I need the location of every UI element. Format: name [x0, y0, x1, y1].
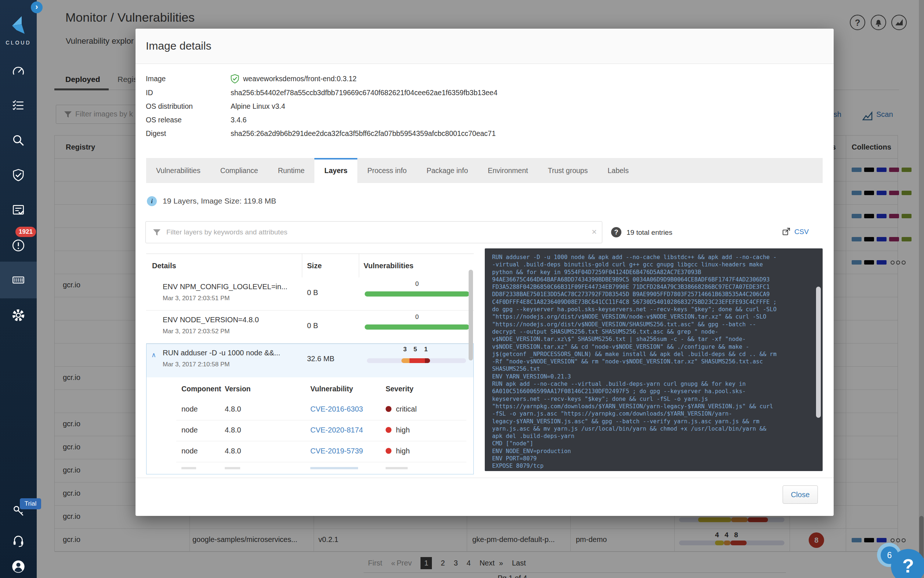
layers-filter: × [146, 221, 602, 243]
checklist-icon [11, 99, 25, 112]
col-header-vulnerability: Vulnerability [310, 385, 353, 393]
chevron-up-icon[interactable]: ∧ [151, 351, 156, 359]
severity-label: high [396, 426, 410, 434]
gauge-icon [11, 65, 25, 79]
csv-export-link[interactable]: CSV [795, 228, 809, 236]
layer-command-terminal: RUN adduser -D -u 1000 node && apk add -… [485, 248, 823, 471]
component-version: 4.8.0 [225, 447, 241, 455]
sidebar-item-compliance[interactable] [0, 197, 37, 223]
vuln-seg-critical [425, 358, 430, 363]
entries-help-icon[interactable]: ? [611, 227, 621, 237]
layer-row[interactable]: ENV NPM_CONFIG_LOGLEVEL=in... Mar 3, 201… [146, 278, 474, 310]
tab-trust-groups[interactable]: Trust groups [538, 158, 598, 183]
severity-dot-high [386, 448, 392, 454]
vuln-bar-clean [365, 325, 469, 330]
export-icon [782, 227, 791, 236]
footer-divider [136, 478, 833, 478]
component-name: node [181, 426, 198, 434]
alert-circle-icon [11, 239, 25, 252]
sidebar-item-search[interactable] [0, 128, 37, 154]
brand-logo: CLOUD [0, 13, 37, 45]
tab-layers[interactable]: Layers [314, 158, 357, 183]
modal-header: Image details [136, 29, 833, 64]
document-check-icon [11, 203, 25, 217]
tab-labels[interactable]: Labels [597, 158, 638, 183]
tab-package-info[interactable]: Package info [416, 158, 478, 183]
dockerfile-text: RUN adduser -D -u 1000 node && apk add -… [485, 248, 823, 471]
count-high: 5 [414, 346, 417, 353]
component-row: node 4.8.0 CVE-2020-8174 high [176, 421, 466, 441]
layers-scrollbar-thumb[interactable] [469, 270, 473, 360]
tab-process-info[interactable]: Process info [357, 158, 416, 183]
col-header-component: Component [181, 385, 221, 393]
tab-vulnerabilities[interactable]: Vulnerabilities [146, 158, 210, 183]
severity-dot-high [386, 427, 392, 433]
cloud-logo-icon [7, 13, 30, 36]
tab-environment[interactable]: Environment [478, 158, 538, 183]
col-header-details[interactable]: Details [152, 254, 176, 278]
close-button[interactable]: Close [783, 485, 818, 504]
layer-size: 0 B [307, 289, 318, 297]
component-name: node [181, 447, 198, 455]
layer-row[interactable]: ENV NODE_VERSION=4.8.0 Mar 3, 2017 2:03:… [146, 310, 474, 344]
col-header-severity: Severity [386, 385, 414, 393]
verified-shield-icon [230, 74, 240, 84]
sidebar-item-settings[interactable] [0, 302, 37, 328]
layer-date: Mar 3, 2017 2:03:52 PM [163, 328, 230, 335]
tab-runtime[interactable]: Runtime [268, 158, 315, 183]
clear-filter-icon[interactable]: × [592, 227, 597, 237]
headset-icon [11, 534, 25, 548]
field-label-image: Image [146, 75, 166, 83]
sidebar-item-policies[interactable] [0, 92, 37, 119]
trial-badge: Trial [20, 498, 41, 509]
vuln-bar-clean [365, 291, 469, 297]
sidebar-item-account[interactable] [0, 554, 37, 578]
layer-command: ENV NPM_CONFIG_LOGLEVEL=in... [163, 283, 288, 291]
person-icon [11, 559, 26, 574]
cve-link[interactable]: CVE-2019-5739 [310, 447, 363, 455]
sidebar-item-defend[interactable] [0, 162, 37, 188]
col-header-vulnerabilities[interactable]: Vulnerabilities [364, 254, 414, 278]
component-name: node [181, 405, 198, 413]
sidebar-item-dashboard[interactable] [0, 58, 37, 85]
layers-table: Details Size Vulnerabilities ENV NPM_CON… [146, 253, 474, 474]
field-value-id: sha256:b54402ef78a55ccb3dfbb719669c6740f… [231, 89, 498, 97]
component-version: 4.8.0 [225, 405, 241, 413]
cve-link[interactable]: CVE-2016-6303 [310, 405, 363, 413]
field-value-image: weaveworksdemos/front-end:0.3.12 [243, 75, 357, 83]
layer-row-selected[interactable]: ∧ RUN adduser -D -u 1000 node &&... Mar … [146, 344, 474, 377]
total-entries: 19 total entries [626, 228, 672, 237]
gear-icon [11, 308, 26, 323]
layer-date: Mar 3, 2017 2:03:51 PM [163, 295, 230, 302]
sidebar-item-support[interactable] [0, 528, 37, 554]
vuln-bar-track [367, 358, 466, 363]
funnel-icon [152, 228, 161, 237]
tab-compliance[interactable]: Compliance [210, 158, 268, 183]
modal-tabs: Vulnerabilities Compliance Runtime Layer… [146, 158, 823, 183]
count-medium: 3 [403, 346, 406, 353]
layer-size: 32.6 MB [307, 355, 334, 363]
sidebar-item-containers[interactable] [0, 261, 37, 299]
field-value-digest: sha256:26a2d9b6b291dee2dca32fca3f5bff6c2… [231, 129, 496, 138]
cve-link[interactable]: CVE-2020-8174 [310, 426, 363, 434]
layers-filter-input[interactable] [167, 222, 578, 243]
field-label-digest: Digest [146, 129, 166, 138]
container-icon [11, 273, 26, 287]
layers-summary: 19 Layers, Image Size: 119.8 MB [163, 196, 276, 205]
sidebar-toggle-icon[interactable]: › [31, 2, 43, 13]
terminal-scrollbar-thumb[interactable] [816, 287, 821, 418]
field-value-os-release: 3.4.6 [231, 116, 246, 124]
col-header-size[interactable]: Size [307, 254, 322, 278]
field-label-id: ID [146, 89, 153, 97]
field-label-os-release: OS release [146, 116, 182, 124]
layer-command: ENV NODE_VERSION=4.8.0 [163, 316, 259, 324]
logo-text: CLOUD [0, 40, 37, 45]
severity-label: critical [396, 405, 417, 413]
vuln-count: 0 [365, 313, 469, 321]
search-icon [11, 134, 25, 148]
vuln-seg-high [409, 358, 425, 363]
info-icon: i [147, 196, 157, 206]
alert-count-badge: 1921 [15, 227, 36, 237]
component-row: node 4.8.0 CVE-2016-6303 critical [176, 399, 466, 421]
modal-title: Image details [146, 40, 211, 52]
